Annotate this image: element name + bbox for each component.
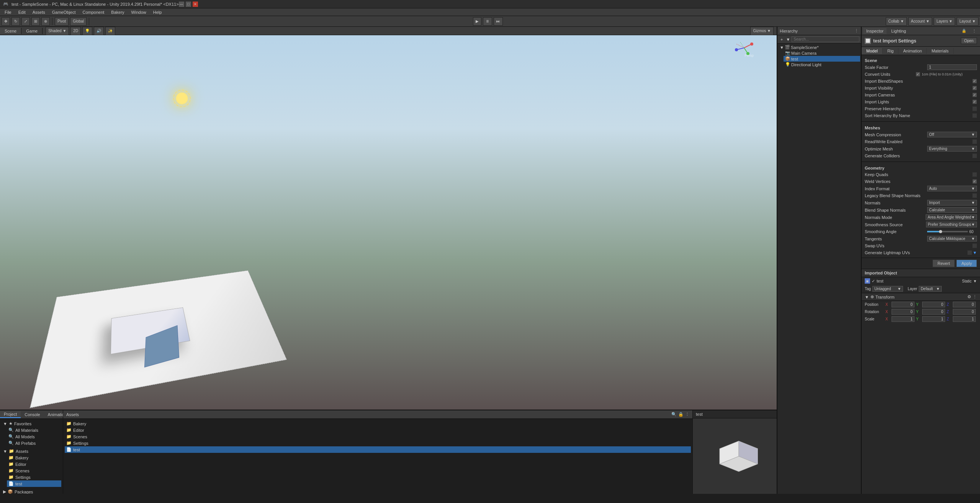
open-button[interactable]: Open [961,38,977,44]
asset-test-row[interactable]: 📄 test [65,446,691,453]
optimize-mesh-dropdown[interactable]: Everything ▼ [927,146,977,152]
inspector-more-icon[interactable]: ⋮ [970,28,978,34]
position-y-field[interactable]: 0 [922,302,945,307]
tool-transform[interactable]: ⊕ [41,17,50,26]
gizmos-dropdown[interactable]: Gizmos ▼ [750,27,774,35]
swap-uvs-checkbox[interactable] [972,243,977,248]
readwrite-checkbox[interactable] [972,139,977,144]
tab-materials[interactable]: Materials [927,48,954,54]
hierarchy-more-icon[interactable]: ⋮ [854,28,859,33]
import-visibility-checkbox[interactable]: ✓ [972,86,977,90]
fav-all-models[interactable]: 🔍 All Models [7,433,61,440]
weld-vertices-checkbox[interactable]: ✓ [972,179,977,184]
smoothing-angle-slider[interactable]: 60 [927,230,977,234]
scale-z-field[interactable]: 1 [953,316,976,322]
convert-units-checkbox[interactable]: ✓ [916,72,920,77]
asset-test[interactable]: 📄 test [7,480,61,487]
asset-editor[interactable]: 📁 Editor [7,461,61,467]
hierarchy-test-object[interactable]: 📦 test [784,56,860,62]
2d-toggle[interactable]: 2D [70,27,81,35]
transform-settings-icon[interactable]: ⚙ [967,294,971,299]
preserve-hierarchy-checkbox[interactable] [972,106,977,111]
index-format-dropdown[interactable]: Auto ▼ [927,186,977,191]
favorites-header[interactable]: ▼ ★ Favorites [2,420,61,427]
play-button[interactable]: ▶ [473,17,481,26]
import-lights-checkbox[interactable]: ✓ [972,100,977,104]
tool-scale[interactable]: ⤢ [21,17,30,26]
tab-rig[interactable]: Rig [883,48,899,54]
asset-settings[interactable]: 📁 Settings [7,474,61,480]
asset-settings-row[interactable]: 📁 Settings [65,440,691,446]
menu-edit[interactable]: Edit [15,9,29,15]
tool-move[interactable]: ✥ [2,17,10,26]
pause-button[interactable]: ⏸ [483,17,492,26]
bottom-more-icon[interactable]: ⋮ [685,412,689,417]
layout-button[interactable]: Layout ▼ [957,17,978,26]
smoothness-source-dropdown[interactable]: Prefer Smoothing Groups ▼ [926,222,977,227]
asset-bakery[interactable]: 📁 Bakery [7,454,61,461]
menu-window[interactable]: Window [128,9,149,15]
hierarchy-add-dropdown[interactable]: ▼ [784,37,792,42]
pivot-toggle[interactable]: Pivot [55,17,69,26]
hierarchy-search-input[interactable] [792,36,859,42]
layers-button[interactable]: Layers ▼ [934,17,955,26]
bottom-search-icon[interactable]: 🔍 [671,412,677,417]
asset-scenes[interactable]: 📁 Scenes [7,467,61,474]
global-toggle[interactable]: Global [70,17,87,26]
menu-file[interactable]: File [2,9,15,15]
keep-quads-checkbox[interactable] [972,172,977,177]
asset-scenes-row[interactable]: 📁 Scenes [65,433,691,440]
scene-canvas[interactable]: Persp [0,35,777,410]
scene-fx-toggle[interactable]: ✨ [105,27,115,35]
asset-bakery-row[interactable]: 📁 Bakery [65,420,691,427]
sort-hierarchy-checkbox[interactable] [972,113,977,118]
tab-inspector[interactable]: Inspector [863,28,887,34]
tab-model[interactable]: Model [862,48,883,54]
revert-button[interactable]: Revert [933,260,955,267]
menu-component[interactable]: Component [79,9,107,15]
position-z-field[interactable]: 0 [953,302,976,307]
normals-dropdown[interactable]: Import ▼ [927,200,977,206]
tangents-dropdown[interactable]: Calculate Mikktspace ▼ [927,236,977,242]
menu-gameobject[interactable]: GameObject [49,9,79,15]
tag-dropdown[interactable]: Untagged ▼ [872,286,903,292]
close-button[interactable]: ✕ [193,2,198,7]
minimize-button[interactable]: — [179,2,184,7]
shading-dropdown[interactable]: Shaded ▼ [46,27,69,35]
packages-header[interactable]: ▶ 📦 Packages [2,488,61,494]
tab-scene[interactable]: Scene [0,28,21,34]
position-x-field[interactable]: 0 [892,302,915,307]
step-button[interactable]: ⏭ [494,17,503,26]
rotation-x-field[interactable]: 0 [892,309,915,315]
blend-normals-dropdown[interactable]: Calculate ▼ [927,207,977,213]
asset-editor-row[interactable]: 📁 Editor [65,427,691,433]
import-cameras-checkbox[interactable]: ✓ [972,93,977,97]
scene-gizmo[interactable]: Persp [735,38,754,57]
normals-mode-dropdown[interactable]: Area And Angle Weighted ▼ [926,214,977,220]
bottom-lock-icon[interactable]: 🔒 [678,412,684,417]
slider-thumb[interactable] [939,230,942,233]
transform-more-icon[interactable]: ⋮ [973,294,977,299]
collab-button[interactable]: Collab ▼ [886,17,907,26]
tab-project[interactable]: Project [0,411,21,418]
import-blendshapes-checkbox[interactable]: ✓ [972,79,977,83]
legacy-blend-checkbox[interactable] [972,193,977,198]
static-dropdown-icon[interactable]: ▼ [973,279,977,283]
inspector-lock-icon[interactable]: 🔒 [959,28,969,34]
apply-button[interactable]: Apply [956,260,977,267]
rotation-z-field[interactable]: 0 [953,309,976,315]
menu-bakery[interactable]: Bakery [108,9,127,15]
tab-console[interactable]: Console [21,412,44,418]
scale-x-field[interactable]: 1 [892,316,915,322]
account-button[interactable]: Account ▼ [908,17,933,26]
hierarchy-main-camera[interactable]: 📷 Main Camera [784,50,860,56]
gen-lightmap-arrow[interactable]: ▼ [973,250,977,255]
fav-all-prefabs[interactable]: 🔍 All Prefabs [7,440,61,446]
assets-header[interactable]: ▼ 📁 Assets [2,448,61,454]
scene-lights-toggle[interactable]: 💡 [82,27,92,35]
scene-audio-toggle[interactable]: 🔊 [94,27,104,35]
scale-y-field[interactable]: 1 [922,316,945,322]
layer-dropdown[interactable]: Default ▼ [919,286,942,292]
hierarchy-directional-light[interactable]: 💡 Directional Light [784,62,860,67]
hierarchy-add-button[interactable]: + [779,37,784,42]
